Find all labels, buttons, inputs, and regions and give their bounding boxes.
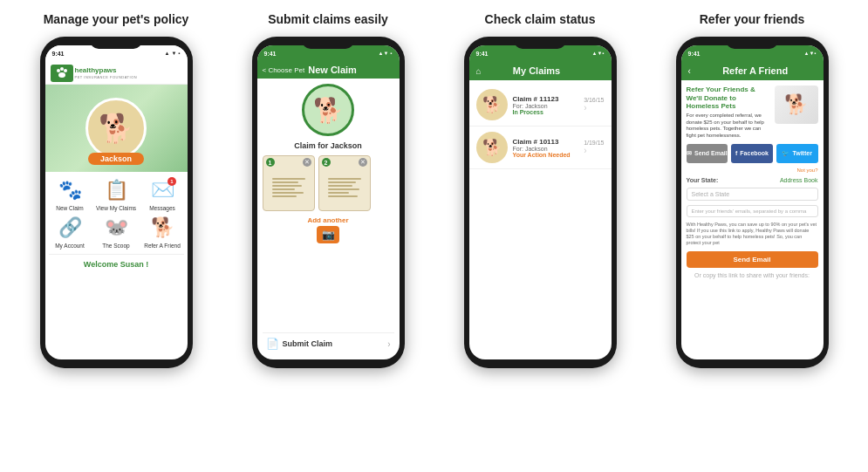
p4-send-email-button[interactable]: Send Email [687, 251, 818, 268]
p2-claim-label: Claim for Jackson [263, 141, 394, 150]
p4-refer-desc: For every completed referral, we donate … [687, 113, 771, 140]
p2-doc-1[interactable]: 1 ✕ [263, 155, 315, 211]
account-icon: 🔗 [58, 216, 82, 239]
phone1-column: Manage your pet's policy 9:41 ▲ ▼ ▪ [18, 12, 215, 368]
phone1-title: Manage your pet's policy [44, 12, 189, 26]
view-claims-icon-item[interactable]: 📋 View My Claims [95, 177, 138, 211]
p4-not-you[interactable]: Not you? [687, 168, 818, 173]
p3-back-icon[interactable]: ⌂ [476, 66, 482, 76]
view-claims-label: View My Claims [96, 205, 136, 211]
p3-claims-list: 🐕 Claim # 11123 For: Jackson In Process … [469, 80, 612, 359]
phone3-screen: 9:41 ▲▼▪ ⌂ My Claims 🐕 Claim # 11123 [469, 45, 612, 359]
pet-name-badge: Jackson [88, 153, 144, 165]
p2-navbar: < Choose Pet New Claim [257, 61, 400, 79]
camera-icon[interactable]: 📷 [317, 226, 339, 243]
claim2-pet-thumb: 🐕 [476, 132, 508, 163]
svg-point-0 [57, 69, 60, 72]
doc1-number: 1 [266, 158, 275, 167]
p2-submit-row[interactable]: 📄 Submit Claim › [263, 332, 394, 354]
p2-nav-title: New Claim [308, 65, 393, 75]
phone2-notch [302, 37, 354, 49]
claim1-pet-thumb: 🐕 [476, 89, 508, 120]
p2-submit-left: 📄 Submit Claim [266, 338, 333, 350]
p1-logo-sub: PET INSURANCE FOUNDATION [75, 75, 138, 79]
doc1-remove[interactable]: ✕ [303, 158, 311, 167]
doc2-lines [325, 166, 365, 201]
claim2-arrow: › [584, 146, 604, 155]
phone3-column: Check claim status 9:41 ▲▼▪ ⌂ My Claims [442, 12, 639, 368]
p2-submit-text: Submit Claim [283, 339, 333, 348]
dog-emoji: 🐕 [99, 112, 133, 145]
phone3-notch [514, 37, 566, 49]
claim2-status: Your Action Needed [513, 152, 579, 158]
phone2-frame: 9:41 ▲▼ ▪ < Choose Pet New Claim 🐕 Claim… [252, 37, 405, 368]
twitter-icon: 🐦 [782, 150, 789, 157]
p2-doc-2[interactable]: 2 ✕ [318, 155, 371, 211]
p4-state-row: Your State: Address Book [687, 177, 818, 183]
phone4-notch [726, 37, 778, 49]
p1-logo-name: healthypaws [75, 67, 138, 75]
p4-state-select[interactable]: Select a State [687, 188, 818, 201]
phone4-time: 9:41 [688, 51, 701, 57]
p1-logo: healthypaws PET INSURANCE FOUNDATION [51, 65, 138, 82]
svg-point-1 [60, 67, 64, 71]
scoop-icon: 🐭 [105, 216, 128, 239]
paw-icon-box [51, 65, 73, 82]
p3-nav-title: My Claims [487, 65, 587, 76]
share-tw-label: Twitter [792, 150, 811, 156]
p4-nav-title: Refer A Friend [694, 65, 817, 76]
claim2-for: For: Jackson [513, 146, 579, 152]
the-scoop-icon-box: 🐭 [100, 215, 132, 241]
p2-add-label: Add another [307, 216, 348, 224]
p4-back-button[interactable]: ‹ [688, 66, 691, 76]
share-email-label: Send Email [694, 150, 728, 156]
p2-docs-row: 1 ✕ 2 [263, 155, 394, 211]
claim1-info: Claim # 11123 For: Jackson In Process [513, 95, 579, 115]
share-email-button[interactable]: ✉ Send Email [687, 144, 728, 163]
phone2-title: Submit claims easily [268, 12, 388, 26]
share-twitter-button[interactable]: 🐦 Twitter [776, 144, 818, 163]
messages-icon-box: ✉️ 1 [147, 177, 178, 203]
phone4-status-icons: ▲▼▪ [803, 51, 816, 56]
messages-badge: 1 [167, 177, 176, 186]
p4-content: Refer Your Friends & We'll Donate to Hom… [681, 80, 824, 359]
p4-small-text: With Healthy Paws, you can save up to 90… [687, 222, 818, 247]
claim-item-1[interactable]: 🐕 Claim # 11123 For: Jackson In Process … [469, 84, 612, 127]
p3-navbar: ⌂ My Claims [469, 61, 612, 80]
svg-point-2 [64, 69, 67, 72]
p1-logo-text-block: healthypaws PET INSURANCE FOUNDATION [75, 67, 138, 79]
claim2-info: Claim # 10113 For: Jackson Your Action N… [513, 138, 579, 158]
claim1-number: Claim # 11123 [513, 95, 579, 103]
claim1-arrow: › [584, 103, 604, 113]
refer-friend-icon-item[interactable]: 🐕 Refer A Friend [141, 215, 184, 249]
phone2-column: Submit claims easily 9:41 ▲▼ ▪ < Choose … [230, 12, 427, 368]
phones-container: Manage your pet's policy 9:41 ▲ ▼ ▪ [9, 12, 859, 368]
claim-item-2[interactable]: 🐕 Claim # 10113 For: Jackson Your Action… [469, 127, 612, 169]
doc2-remove[interactable]: ✕ [359, 158, 367, 167]
wifi-icon: ▼ [171, 51, 176, 56]
p2-add-another[interactable]: Add another 📷 [263, 216, 394, 243]
p4-share-buttons: ✉ Send Email f Facebook 🐦 Twitter [687, 144, 818, 163]
phone3-status-icons: ▲▼▪ [591, 51, 604, 56]
claim1-status: In Process [513, 109, 579, 115]
p2-dog-emoji: 🐕 [313, 96, 344, 125]
claim2-date: 1/19/15 [584, 140, 604, 146]
new-claim-icon-item[interactable]: 🐾 New Claim [49, 177, 92, 211]
battery-icon2: ▪ [390, 51, 392, 56]
claim1-date: 3/16/15 [584, 97, 604, 103]
claim2-number: Claim # 10113 [513, 138, 579, 146]
phone1-status-icons: ▲ ▼ ▪ [164, 51, 180, 56]
p2-content: 🐕 Claim for Jackson 1 ✕ [257, 79, 400, 359]
p4-email-input[interactable]: Enter your friends' emails, separated by… [687, 205, 818, 217]
email-share-icon: ✉ [687, 150, 692, 157]
p2-back-button[interactable]: < Choose Pet [263, 66, 305, 74]
claim2-right: 1/19/15 › [584, 140, 604, 155]
p4-address-book[interactable]: Address Book [780, 177, 818, 183]
the-scoop-icon-item[interactable]: 🐭 The Scoop [95, 215, 138, 249]
refer-friend-label: Refer A Friend [144, 243, 181, 249]
my-account-icon-item[interactable]: 🔗 My Account [49, 215, 92, 249]
p4-or-text: Or copy this link to share with your fri… [687, 272, 818, 278]
share-facebook-button[interactable]: f Facebook [731, 144, 773, 163]
messages-icon-item[interactable]: ✉️ 1 Messages [141, 177, 184, 211]
my-account-label: My Account [55, 243, 85, 249]
